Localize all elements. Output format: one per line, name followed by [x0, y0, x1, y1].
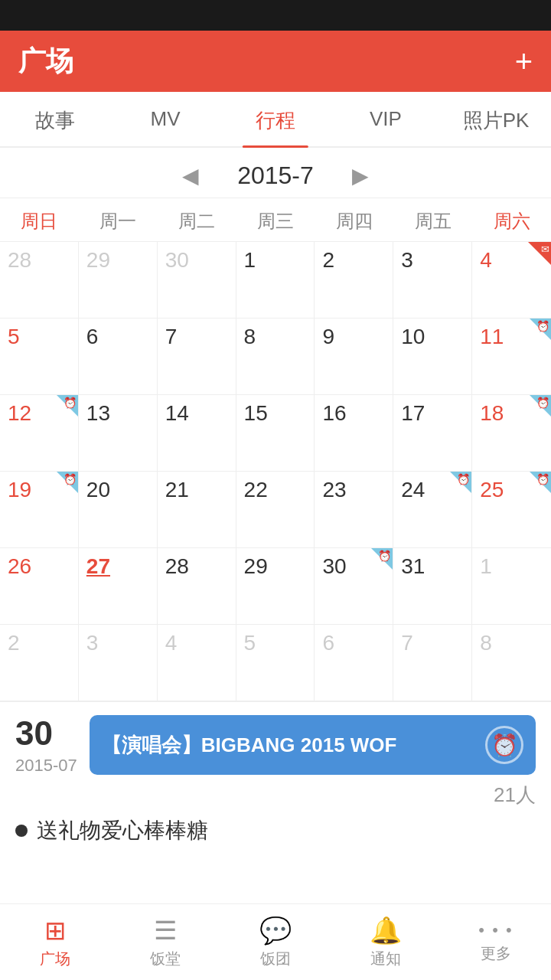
- cal-cell[interactable]: 14: [158, 395, 236, 472]
- cal-cell[interactable]: 28: [0, 242, 79, 318]
- nav-canteen-label: 饭堂: [150, 949, 181, 969]
- header: 广场 +: [0, 31, 551, 92]
- calendar-nav: ◀ 2015-7 ▶: [0, 148, 551, 198]
- status-bar: [0, 0, 551, 31]
- cal-cell[interactable]: 25⏰: [472, 472, 551, 548]
- event-date-sub: 2015-07: [15, 756, 77, 776]
- cal-cell[interactable]: 19⏰: [0, 472, 79, 548]
- cal-cell[interactable]: 8: [236, 318, 315, 395]
- cal-cell[interactable]: 23: [315, 472, 393, 548]
- cal-cell[interactable]: 2: [0, 625, 79, 701]
- cal-cell[interactable]: 6: [79, 318, 158, 395]
- todo-text: 送礼物爱心棒棒糖: [37, 816, 208, 845]
- cal-cell[interactable]: 3: [79, 625, 158, 701]
- cal-cell[interactable]: 5: [0, 318, 79, 395]
- canteen-icon: ☰: [154, 915, 177, 946]
- cal-cell[interactable]: 20: [79, 472, 158, 548]
- day-header-mon: 周一: [79, 198, 158, 241]
- day-header-tue: 周二: [158, 198, 236, 241]
- cal-cell[interactable]: 9: [315, 318, 393, 395]
- cal-cell[interactable]: 29: [79, 242, 158, 318]
- cal-cell[interactable]: 21: [158, 472, 236, 548]
- cal-cell[interactable]: 30: [158, 242, 236, 318]
- cal-cell[interactable]: 5: [236, 625, 315, 701]
- day-headers: 周日 周一 周二 周三 周四 周五 周六: [0, 198, 551, 241]
- bottom-nav: ⊞ 广场 ☰ 饭堂 💬 饭团 🔔 通知 • • • 更多: [0, 903, 551, 980]
- tab-bar: 故事 MV 行程 VIP 照片PK: [0, 92, 551, 148]
- next-month-button[interactable]: ▶: [344, 163, 377, 188]
- nav-canteen[interactable]: ☰ 饭堂: [110, 904, 220, 980]
- cal-cell[interactable]: 7: [158, 318, 236, 395]
- cal-cell[interactable]: 13: [79, 395, 158, 472]
- event-card-clock-icon: ⏰: [485, 726, 523, 764]
- day-header-sat: 周六: [472, 198, 551, 241]
- tab-mv[interactable]: MV: [110, 92, 220, 146]
- header-title: 广场: [18, 43, 73, 80]
- clock-event-icon: ⏰: [57, 395, 78, 416]
- cal-cell[interactable]: 1: [236, 242, 315, 318]
- tab-photo[interactable]: 照片PK: [441, 92, 551, 146]
- cal-cell[interactable]: 12⏰: [0, 395, 79, 472]
- day-header-wed: 周三: [236, 198, 315, 241]
- todo-dot: [15, 825, 28, 837]
- nav-square-label: 广场: [40, 949, 70, 969]
- cal-cell[interactable]: 29: [236, 548, 315, 625]
- cal-cell[interactable]: 8: [472, 625, 551, 701]
- square-icon: ⊞: [44, 915, 66, 946]
- clock-event-icon: ⏰: [450, 472, 471, 493]
- cal-cell[interactable]: 2: [315, 242, 393, 318]
- group-icon: 💬: [259, 915, 292, 946]
- nav-notify[interactable]: 🔔 通知: [331, 904, 441, 980]
- cal-cell[interactable]: 24⏰: [393, 472, 472, 548]
- clock-event-icon: ⏰: [371, 548, 393, 570]
- tab-vip[interactable]: VIP: [331, 92, 441, 146]
- envelope-event-icon: ✉: [528, 242, 551, 265]
- tab-schedule[interactable]: 行程: [220, 92, 331, 146]
- cal-cell[interactable]: 10: [393, 318, 472, 395]
- tab-stories[interactable]: 故事: [0, 92, 110, 146]
- cal-cell[interactable]: 31: [393, 548, 472, 625]
- cal-cell[interactable]: 28: [158, 548, 236, 625]
- day-header-sun: 周日: [0, 198, 79, 241]
- cal-cell[interactable]: 27: [79, 548, 158, 625]
- clock-event-icon: ⏰: [530, 318, 551, 340]
- clock-event-icon: ⏰: [530, 472, 551, 493]
- cal-cell[interactable]: 22: [236, 472, 315, 548]
- cal-cell[interactable]: 16: [315, 395, 393, 472]
- event-date-row: 30 2015-07 【演唱会】BIGBANG 2015 WOF ⏰: [0, 714, 551, 785]
- nav-group-label: 饭团: [260, 949, 291, 969]
- nav-group[interactable]: 💬 饭团: [220, 904, 331, 980]
- event-date-num: 30: [15, 714, 77, 753]
- event-count: 21人: [0, 782, 551, 808]
- cal-cell[interactable]: 11⏰: [472, 318, 551, 395]
- cal-cell[interactable]: 6: [315, 625, 393, 701]
- more-icon: • • •: [478, 920, 513, 940]
- cal-cell[interactable]: 15: [236, 395, 315, 472]
- cal-cell[interactable]: 7: [393, 625, 472, 701]
- cal-cell[interactable]: 1: [472, 548, 551, 625]
- cal-cell[interactable]: 4✉: [472, 242, 551, 318]
- cal-cell[interactable]: 4: [158, 625, 236, 701]
- notify-icon: 🔔: [370, 915, 402, 946]
- event-date-col: 30 2015-07: [15, 714, 77, 776]
- cal-cell[interactable]: 18⏰: [472, 395, 551, 472]
- nav-more-label: 更多: [481, 943, 511, 964]
- cal-cell[interactable]: 3: [393, 242, 472, 318]
- nav-notify-label: 通知: [370, 949, 401, 969]
- day-header-fri: 周五: [393, 198, 472, 241]
- cal-cell[interactable]: 17: [393, 395, 472, 472]
- prev-month-button[interactable]: ◀: [174, 163, 207, 188]
- cal-cell[interactable]: 30⏰: [315, 548, 393, 625]
- event-card-text: 【演唱会】BIGBANG 2015 WOF: [102, 732, 478, 759]
- nav-more[interactable]: • • • 更多: [441, 904, 551, 980]
- clock-event-icon: ⏰: [57, 472, 78, 493]
- calendar-grid: 2829301234✉567891011⏰12⏰131415161718⏰19⏰…: [0, 241, 551, 701]
- cal-cell[interactable]: 26: [0, 548, 79, 625]
- event-card[interactable]: 【演唱会】BIGBANG 2015 WOF ⏰: [90, 715, 536, 775]
- clock-event-icon: ⏰: [530, 395, 551, 416]
- nav-square[interactable]: ⊞ 广场: [0, 904, 110, 980]
- event-todo-item: 送礼物爱心棒棒糖: [0, 808, 551, 853]
- calendar-title: 2015-7: [237, 162, 314, 190]
- event-strip: 30 2015-07 【演唱会】BIGBANG 2015 WOF ⏰ 21人 送…: [0, 701, 551, 853]
- add-button[interactable]: +: [515, 46, 533, 77]
